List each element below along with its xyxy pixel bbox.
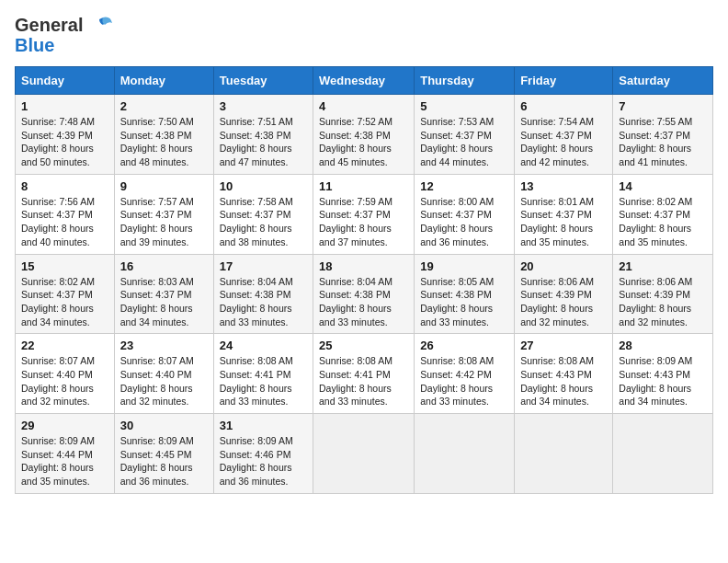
day-info: Sunrise: 8:09 AMSunset: 4:44 PMDaylight:… <box>21 434 108 488</box>
day-number: 22 <box>21 339 108 352</box>
day-number: 13 <box>520 179 607 193</box>
day-number: 28 <box>619 339 707 352</box>
page-header: General Blue <box>15 15 713 55</box>
day-number: 4 <box>319 99 408 113</box>
calendar-cell: 12 Sunrise: 8:00 AMSunset: 4:37 PMDaylig… <box>415 174 515 254</box>
calendar-cell: 5 Sunrise: 7:53 AMSunset: 4:37 PMDayligh… <box>415 95 515 175</box>
calendar-cell <box>515 414 613 494</box>
day-number: 30 <box>120 419 208 432</box>
day-number: 14 <box>619 179 707 193</box>
weekday-header: Thursday <box>415 67 515 95</box>
day-info: Sunrise: 8:09 AMSunset: 4:43 PMDaylight:… <box>619 354 707 408</box>
day-number: 24 <box>220 339 307 352</box>
day-number: 18 <box>319 259 408 273</box>
day-info: Sunrise: 7:58 AMSunset: 4:37 PMDaylight:… <box>220 195 307 249</box>
calendar-cell: 26 Sunrise: 8:08 AMSunset: 4:42 PMDaylig… <box>415 334 515 414</box>
day-info: Sunrise: 7:56 AMSunset: 4:37 PMDaylight:… <box>21 195 108 249</box>
day-info: Sunrise: 7:51 AMSunset: 4:38 PMDaylight:… <box>220 115 307 169</box>
calendar-cell: 25 Sunrise: 8:08 AMSunset: 4:41 PMDaylig… <box>313 334 415 414</box>
calendar-cell: 27 Sunrise: 8:08 AMSunset: 4:43 PMDaylig… <box>515 334 613 414</box>
day-info: Sunrise: 7:59 AMSunset: 4:37 PMDaylight:… <box>319 195 408 249</box>
day-info: Sunrise: 8:09 AMSunset: 4:45 PMDaylight:… <box>120 434 208 488</box>
day-number: 25 <box>319 339 408 352</box>
weekday-header: Saturday <box>613 67 713 95</box>
day-number: 15 <box>21 259 108 273</box>
day-info: Sunrise: 8:08 AMSunset: 4:43 PMDaylight:… <box>520 354 607 408</box>
calendar-week-row: 15 Sunrise: 8:02 AMSunset: 4:37 PMDaylig… <box>16 254 713 334</box>
day-info: Sunrise: 7:57 AMSunset: 4:37 PMDaylight:… <box>120 195 208 249</box>
day-number: 31 <box>220 419 307 432</box>
calendar-cell <box>313 414 415 494</box>
calendar-cell: 29 Sunrise: 8:09 AMSunset: 4:44 PMDaylig… <box>16 414 115 494</box>
calendar-cell: 8 Sunrise: 7:56 AMSunset: 4:37 PMDayligh… <box>16 174 115 254</box>
calendar-cell: 2 Sunrise: 7:50 AMSunset: 4:38 PMDayligh… <box>114 95 213 175</box>
calendar-week-row: 1 Sunrise: 7:48 AMSunset: 4:39 PMDayligh… <box>16 95 713 175</box>
day-info: Sunrise: 8:09 AMSunset: 4:46 PMDaylight:… <box>220 434 307 488</box>
day-info: Sunrise: 8:07 AMSunset: 4:40 PMDaylight:… <box>21 354 108 408</box>
day-info: Sunrise: 8:02 AMSunset: 4:37 PMDaylight:… <box>619 195 707 249</box>
calendar-cell: 4 Sunrise: 7:52 AMSunset: 4:38 PMDayligh… <box>313 95 415 175</box>
day-info: Sunrise: 8:02 AMSunset: 4:37 PMDaylight:… <box>21 275 108 329</box>
weekday-header: Tuesday <box>213 67 313 95</box>
day-number: 17 <box>220 259 307 273</box>
weekday-header: Friday <box>515 67 613 95</box>
day-number: 8 <box>21 179 108 193</box>
calendar-cell: 22 Sunrise: 8:07 AMSunset: 4:40 PMDaylig… <box>16 334 115 414</box>
day-number: 6 <box>520 99 607 113</box>
day-number: 10 <box>220 179 307 193</box>
logo-blue: Blue <box>15 35 83 55</box>
day-number: 26 <box>420 339 508 352</box>
day-info: Sunrise: 7:48 AMSunset: 4:39 PMDaylight:… <box>21 115 108 169</box>
day-info: Sunrise: 8:08 AMSunset: 4:42 PMDaylight:… <box>420 354 508 408</box>
weekday-header-row: SundayMondayTuesdayWednesdayThursdayFrid… <box>16 67 713 95</box>
day-info: Sunrise: 8:01 AMSunset: 4:37 PMDaylight:… <box>520 195 607 249</box>
calendar-week-row: 22 Sunrise: 8:07 AMSunset: 4:40 PMDaylig… <box>16 334 713 414</box>
day-number: 27 <box>520 339 607 352</box>
calendar-cell: 9 Sunrise: 7:57 AMSunset: 4:37 PMDayligh… <box>114 174 213 254</box>
day-number: 3 <box>220 99 307 113</box>
day-number: 2 <box>120 99 208 113</box>
day-info: Sunrise: 8:04 AMSunset: 4:38 PMDaylight:… <box>220 275 307 329</box>
calendar-cell <box>415 414 515 494</box>
calendar-cell: 13 Sunrise: 8:01 AMSunset: 4:37 PMDaylig… <box>515 174 613 254</box>
calendar-cell: 10 Sunrise: 7:58 AMSunset: 4:37 PMDaylig… <box>213 174 313 254</box>
calendar-cell: 1 Sunrise: 7:48 AMSunset: 4:39 PMDayligh… <box>16 95 115 175</box>
calendar-cell: 30 Sunrise: 8:09 AMSunset: 4:45 PMDaylig… <box>114 414 213 494</box>
day-info: Sunrise: 8:08 AMSunset: 4:41 PMDaylight:… <box>319 354 408 408</box>
logo-bird-icon <box>85 16 114 45</box>
calendar-cell: 31 Sunrise: 8:09 AMSunset: 4:46 PMDaylig… <box>213 414 313 494</box>
logo-container: General Blue <box>15 15 114 55</box>
calendar-cell: 7 Sunrise: 7:55 AMSunset: 4:37 PMDayligh… <box>613 95 713 175</box>
day-info: Sunrise: 7:55 AMSunset: 4:37 PMDaylight:… <box>619 115 707 169</box>
day-info: Sunrise: 8:03 AMSunset: 4:37 PMDaylight:… <box>120 275 208 329</box>
calendar-table: SundayMondayTuesdayWednesdayThursdayFrid… <box>15 66 713 494</box>
day-number: 12 <box>420 179 508 193</box>
calendar-cell: 23 Sunrise: 8:07 AMSunset: 4:40 PMDaylig… <box>114 334 213 414</box>
calendar-cell: 16 Sunrise: 8:03 AMSunset: 4:37 PMDaylig… <box>114 254 213 334</box>
day-number: 23 <box>120 339 208 352</box>
day-info: Sunrise: 8:06 AMSunset: 4:39 PMDaylight:… <box>520 275 607 329</box>
day-number: 9 <box>120 179 208 193</box>
calendar-cell: 3 Sunrise: 7:51 AMSunset: 4:38 PMDayligh… <box>213 95 313 175</box>
day-info: Sunrise: 8:04 AMSunset: 4:38 PMDaylight:… <box>319 275 408 329</box>
calendar-cell <box>613 414 713 494</box>
day-info: Sunrise: 8:05 AMSunset: 4:38 PMDaylight:… <box>420 275 508 329</box>
day-info: Sunrise: 7:50 AMSunset: 4:38 PMDaylight:… <box>120 115 208 169</box>
logo: General Blue <box>15 15 114 55</box>
calendar-cell: 24 Sunrise: 8:08 AMSunset: 4:41 PMDaylig… <box>213 334 313 414</box>
day-info: Sunrise: 8:06 AMSunset: 4:39 PMDaylight:… <box>619 275 707 329</box>
day-number: 20 <box>520 259 607 273</box>
day-info: Sunrise: 8:08 AMSunset: 4:41 PMDaylight:… <box>220 354 307 408</box>
day-number: 7 <box>619 99 707 113</box>
day-number: 16 <box>120 259 208 273</box>
logo-general: General <box>15 15 83 35</box>
day-number: 11 <box>319 179 408 193</box>
calendar-cell: 28 Sunrise: 8:09 AMSunset: 4:43 PMDaylig… <box>613 334 713 414</box>
day-info: Sunrise: 8:00 AMSunset: 4:37 PMDaylight:… <box>420 195 508 249</box>
day-number: 21 <box>619 259 707 273</box>
calendar-week-row: 29 Sunrise: 8:09 AMSunset: 4:44 PMDaylig… <box>16 414 713 494</box>
calendar-cell: 20 Sunrise: 8:06 AMSunset: 4:39 PMDaylig… <box>515 254 613 334</box>
calendar-cell: 17 Sunrise: 8:04 AMSunset: 4:38 PMDaylig… <box>213 254 313 334</box>
day-number: 1 <box>21 99 108 113</box>
day-number: 29 <box>21 419 108 432</box>
